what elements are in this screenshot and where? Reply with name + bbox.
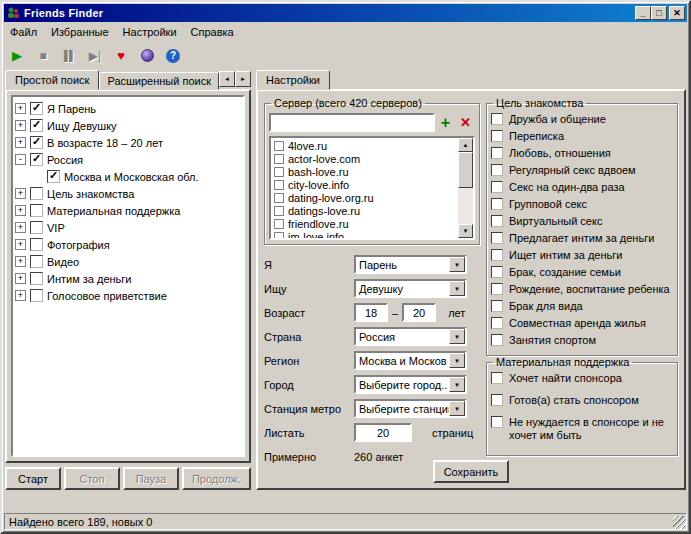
- tree-checkbox[interactable]: [47, 170, 60, 183]
- support-option[interactable]: Хочет найти спонсора: [491, 372, 673, 385]
- server-input[interactable]: [269, 113, 435, 132]
- region-dropdown[interactable]: Москва и Москов ▼: [354, 351, 467, 370]
- tree-checkbox[interactable]: [30, 255, 43, 268]
- tree-item[interactable]: + Интим за деньги: [15, 270, 241, 287]
- tree-checkbox[interactable]: [30, 153, 43, 166]
- goal-checkbox[interactable]: [491, 113, 503, 125]
- maximize-button[interactable]: □: [651, 6, 667, 20]
- support-checkbox[interactable]: [491, 416, 503, 428]
- goal-checkbox[interactable]: [491, 232, 503, 244]
- tree-checkbox[interactable]: [30, 221, 43, 234]
- tree-item[interactable]: + VIP: [15, 219, 241, 236]
- goal-checkbox[interactable]: [491, 283, 503, 295]
- expand-toggle-icon[interactable]: +: [15, 120, 26, 131]
- age-from-input[interactable]: [354, 303, 388, 322]
- pages-input[interactable]: [354, 423, 412, 442]
- server-list-item[interactable]: friendlove.ru: [272, 217, 458, 230]
- goal-option[interactable]: Секс на один-два раза: [491, 181, 673, 194]
- goal-option[interactable]: Брак для вида: [491, 300, 673, 313]
- server-list-item[interactable]: city-love.info: [272, 178, 458, 191]
- start-button[interactable]: ▶: [5, 45, 29, 67]
- goal-checkbox[interactable]: [491, 215, 503, 227]
- chevron-down-icon[interactable]: ▼: [449, 353, 465, 368]
- site-button[interactable]: [135, 45, 159, 67]
- tree-checkbox[interactable]: [30, 272, 43, 285]
- tree-item[interactable]: + Видео: [15, 253, 241, 270]
- tree-item[interactable]: + Цель знакомства: [15, 185, 241, 202]
- expand-toggle-icon[interactable]: +: [15, 273, 26, 284]
- goal-option[interactable]: Брак, создание семьи: [491, 266, 673, 279]
- scroll-up-icon[interactable]: ▲: [458, 138, 473, 152]
- support-option[interactable]: Готов(а) стать спонсором: [491, 394, 673, 407]
- tree-item[interactable]: + Материальная поддержка: [15, 202, 241, 219]
- server-list-item[interactable]: im-love.info: [272, 230, 458, 238]
- server-list-item[interactable]: 4love.ru: [272, 139, 458, 152]
- tab-simple-search[interactable]: Простой поиск: [5, 70, 99, 90]
- minimize-button[interactable]: _: [635, 6, 651, 20]
- server-checkbox[interactable]: [274, 219, 284, 229]
- expand-toggle-icon[interactable]: +: [15, 222, 26, 233]
- goal-option[interactable]: Любовь, отношения: [491, 147, 673, 160]
- tree-checkbox[interactable]: [30, 119, 43, 132]
- tree-item[interactable]: + Ищу Девушку: [15, 117, 241, 134]
- server-checkbox[interactable]: [274, 193, 284, 203]
- expand-toggle-icon[interactable]: +: [15, 290, 26, 301]
- goal-checkbox[interactable]: [491, 130, 503, 142]
- tree-checkbox[interactable]: [30, 204, 43, 217]
- expand-toggle-icon[interactable]: +: [15, 188, 26, 199]
- goal-option[interactable]: Занятия спортом: [491, 334, 673, 347]
- menu-item[interactable]: Справка: [184, 23, 241, 41]
- chevron-down-icon[interactable]: ▼: [449, 377, 465, 392]
- goal-option[interactable]: Регулярный секс вдвоем: [491, 164, 673, 177]
- tree-checkbox[interactable]: [30, 289, 43, 302]
- save-button[interactable]: Сохранить: [433, 460, 509, 483]
- goal-checkbox[interactable]: [491, 317, 503, 329]
- metro-dropdown[interactable]: Выберите станцию ▼: [354, 399, 467, 418]
- goal-option[interactable]: Дружба и общение: [491, 113, 673, 126]
- help-button[interactable]: ?: [161, 45, 185, 67]
- menu-item[interactable]: Настройки: [116, 23, 184, 41]
- tree-checkbox[interactable]: [30, 238, 43, 251]
- expand-toggle-icon[interactable]: +: [15, 205, 26, 216]
- tree-item[interactable]: + Фотография: [15, 236, 241, 253]
- goal-checkbox[interactable]: [491, 181, 503, 193]
- close-button[interactable]: ✕: [669, 6, 685, 20]
- tab-advanced-search[interactable]: Расширенный поиск: [99, 72, 219, 90]
- i-am-dropdown[interactable]: Парень ▼: [354, 255, 467, 274]
- goal-option[interactable]: Групповой секс: [491, 198, 673, 211]
- chevron-down-icon[interactable]: ▼: [449, 401, 465, 416]
- delete-server-button[interactable]: ✕: [456, 113, 475, 132]
- tree-checkbox[interactable]: [30, 187, 43, 200]
- scroll-down-icon[interactable]: ▼: [458, 224, 473, 238]
- server-checkbox[interactable]: [274, 154, 284, 164]
- pause-button[interactable]: ▌▌: [57, 45, 81, 67]
- tree-item[interactable]: + Я Парень: [15, 100, 241, 117]
- goal-checkbox[interactable]: [491, 147, 503, 159]
- server-list-item[interactable]: datings-love.ru: [272, 204, 458, 217]
- goal-checkbox[interactable]: [491, 300, 503, 312]
- tree-item[interactable]: - Россия: [15, 151, 241, 168]
- goal-checkbox[interactable]: [491, 334, 503, 346]
- favorites-button[interactable]: ♥: [109, 45, 133, 67]
- goal-checkbox[interactable]: [491, 198, 503, 210]
- city-dropdown[interactable]: Выберите город.. ▼: [354, 375, 467, 394]
- support-checkbox[interactable]: [491, 394, 503, 406]
- tree-item[interactable]: Москва и Московская обл.: [15, 168, 241, 185]
- expand-toggle-icon[interactable]: +: [15, 239, 26, 250]
- goal-checkbox[interactable]: [491, 266, 503, 278]
- expand-toggle-icon[interactable]: +: [15, 103, 26, 114]
- goal-checkbox[interactable]: [491, 164, 503, 176]
- search-control-button[interactable]: Пауза: [123, 467, 179, 490]
- server-list-item[interactable]: actor-love.com: [272, 152, 458, 165]
- goal-option[interactable]: Предлагает интим за деньги: [491, 232, 673, 245]
- goal-option[interactable]: Совместная аренда жилья: [491, 317, 673, 330]
- goal-option[interactable]: Виртуальный секс: [491, 215, 673, 228]
- stop-button[interactable]: ■: [31, 45, 55, 67]
- expand-toggle-icon[interactable]: -: [15, 154, 26, 165]
- tree-checkbox[interactable]: [30, 136, 43, 149]
- search-control-button[interactable]: Продолж.: [182, 467, 251, 490]
- scrollbar-track[interactable]: [458, 188, 473, 224]
- country-dropdown[interactable]: Россия ▼: [354, 327, 467, 346]
- chevron-down-icon[interactable]: ▼: [449, 281, 465, 296]
- scrollbar-thumb[interactable]: [458, 152, 473, 188]
